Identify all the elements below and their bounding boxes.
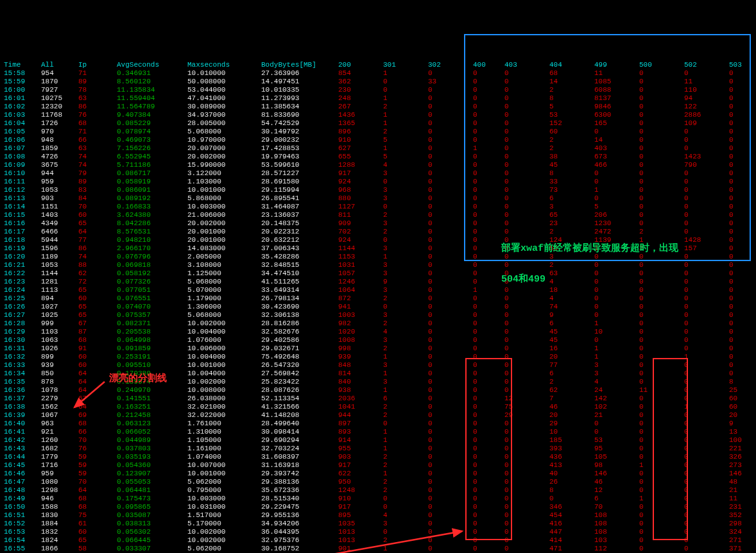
cell: 86 bbox=[78, 103, 117, 111]
cell: 1 bbox=[639, 495, 684, 503]
cell: 0 bbox=[729, 211, 756, 219]
cell: 0.240970 bbox=[117, 386, 187, 395]
cell: 3 bbox=[383, 361, 428, 370]
cell: 0 bbox=[473, 486, 504, 495]
table-row: 16:176466648.57653120.00100020.022312702… bbox=[4, 228, 752, 236]
cell: 0 bbox=[639, 178, 684, 186]
cell: 0 bbox=[473, 511, 504, 520]
cell: 1423 bbox=[684, 153, 729, 161]
cell: 0 bbox=[504, 128, 549, 136]
cell: 2.005000 bbox=[187, 253, 261, 261]
cell: 1 bbox=[383, 69, 428, 78]
cell: 0 bbox=[504, 520, 549, 528]
cell: 0.038313 bbox=[117, 520, 187, 528]
terminal-window[interactable]: TimeAllIpAvgSecondsMaxsecondsBodyBytes[M… bbox=[0, 33, 756, 553]
cell: 1063 bbox=[41, 336, 78, 345]
cell: 0.185574 bbox=[117, 378, 187, 386]
cell: 0 bbox=[639, 128, 684, 136]
cell: 165 bbox=[594, 119, 639, 128]
cell: 3 bbox=[383, 520, 428, 528]
cell: 0 bbox=[729, 236, 756, 244]
cell: 0 bbox=[504, 69, 549, 78]
cell: 3 bbox=[594, 361, 639, 370]
cell: 67 bbox=[78, 395, 117, 403]
cell: 955 bbox=[338, 445, 383, 453]
cell: 848 bbox=[338, 361, 383, 370]
table-row: 16:11959890.0589191.10300028.69158092400… bbox=[4, 178, 752, 186]
cell: 982 bbox=[338, 319, 383, 328]
cell: 0 bbox=[639, 219, 684, 228]
cell: 0 bbox=[504, 111, 549, 119]
cell: 921 bbox=[41, 428, 78, 436]
cell: 29 bbox=[504, 411, 549, 420]
cell: 0 bbox=[428, 403, 473, 411]
cell: 64 bbox=[78, 386, 117, 395]
cell: 0 bbox=[473, 119, 504, 128]
cell: 64 bbox=[78, 403, 117, 411]
cell: 0 bbox=[473, 178, 504, 186]
cell: 0 bbox=[594, 169, 639, 178]
cell: 16:01 bbox=[4, 94, 41, 103]
cell: 34.937000 bbox=[187, 111, 261, 119]
cell: 0.141551 bbox=[117, 395, 187, 403]
cell: 0 bbox=[594, 253, 639, 261]
cell: 2 bbox=[549, 86, 594, 94]
cell: 16:42 bbox=[4, 436, 41, 445]
cell: 1884 bbox=[41, 520, 78, 528]
cell: 29.229475 bbox=[261, 503, 338, 511]
cell: 0 bbox=[639, 136, 684, 144]
cell: 3 bbox=[549, 253, 594, 261]
cell: 970 bbox=[41, 128, 78, 136]
cell: 16:27 bbox=[4, 311, 41, 319]
cell: 0.948210 bbox=[117, 236, 187, 244]
cell: 0 bbox=[639, 345, 684, 353]
cell: 8 bbox=[549, 169, 594, 178]
cell: 4 bbox=[383, 328, 428, 336]
cell: 324 bbox=[729, 528, 756, 536]
cell: 959 bbox=[41, 178, 78, 186]
cell: 0 bbox=[729, 286, 756, 294]
cell: 0 bbox=[684, 194, 729, 203]
cell: 4 bbox=[383, 161, 428, 169]
cell: 0 bbox=[473, 69, 504, 78]
cell: 0 bbox=[684, 261, 729, 269]
cell: 146 bbox=[729, 470, 756, 478]
cell: 0 bbox=[729, 353, 756, 361]
cell: 62 bbox=[549, 386, 594, 395]
cell: 0 bbox=[684, 395, 729, 403]
cell: 0 bbox=[473, 478, 504, 486]
cell: 0.095865 bbox=[117, 503, 187, 511]
table-row: 16:35878640.18557410.00200025.8234228403… bbox=[4, 378, 752, 386]
cell: 10.002000 bbox=[187, 378, 261, 386]
cell: 0 bbox=[639, 503, 684, 511]
cell: 0 bbox=[428, 461, 473, 470]
cell: 0 bbox=[639, 370, 684, 378]
cell: 146 bbox=[594, 470, 639, 478]
cell: 1.517000 bbox=[187, 511, 261, 520]
cell: 16:08 bbox=[4, 153, 41, 161]
cell: 0 bbox=[473, 78, 504, 86]
table-row: 15:58954710.34693110.01000027.3639068541… bbox=[4, 69, 752, 78]
cell: 36.044395 bbox=[261, 528, 338, 536]
cell: 26.547320 bbox=[261, 361, 338, 370]
cell: 0.035087 bbox=[117, 511, 187, 520]
cell: 10 bbox=[594, 328, 639, 336]
cell: 0 bbox=[473, 269, 504, 278]
cell: 0 bbox=[473, 353, 504, 361]
cell: 16:36 bbox=[4, 386, 41, 395]
cell: 1064 bbox=[338, 286, 383, 294]
cell: 112 bbox=[594, 545, 639, 553]
cell: 1260 bbox=[41, 436, 78, 445]
cell: 32.306138 bbox=[261, 311, 338, 319]
cell: 8 bbox=[549, 486, 594, 495]
cell: 71 bbox=[78, 69, 117, 78]
cell: 0 bbox=[639, 211, 684, 219]
cell: 68 bbox=[78, 119, 117, 128]
cell: 0 bbox=[684, 411, 729, 420]
cell: 10.002000 bbox=[187, 528, 261, 536]
cell: 59 bbox=[78, 461, 117, 470]
cell: 271 bbox=[729, 536, 756, 545]
cell: 0 bbox=[504, 370, 549, 378]
cell: 1 bbox=[473, 286, 504, 294]
cell: 0 bbox=[428, 261, 473, 269]
